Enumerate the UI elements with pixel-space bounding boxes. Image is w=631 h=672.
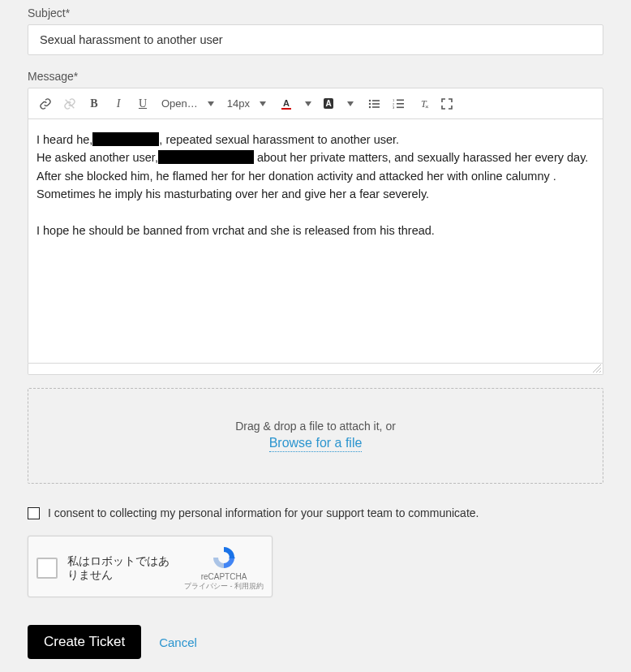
svg-point-4 xyxy=(369,99,371,101)
svg-text:A: A xyxy=(283,98,290,108)
chevron-down-icon[interactable] xyxy=(260,101,266,106)
bold-icon[interactable]: B xyxy=(84,93,105,114)
recaptcha-checkbox[interactable] xyxy=(36,558,58,579)
editor-resize-handle[interactable] xyxy=(28,364,603,375)
cancel-link[interactable]: Cancel xyxy=(159,635,197,649)
unordered-list-icon[interactable] xyxy=(363,93,384,114)
msg-text: I heard he, xyxy=(36,133,92,146)
fullscreen-icon[interactable] xyxy=(436,93,457,114)
font-size-value: 14px xyxy=(227,97,250,110)
redacted-name xyxy=(158,150,254,164)
svg-text:A: A xyxy=(325,99,331,108)
italic-icon[interactable]: I xyxy=(108,93,129,114)
message-label: Message* xyxy=(28,70,603,83)
svg-text:×: × xyxy=(425,103,429,110)
msg-text: He asked another user, xyxy=(36,151,158,164)
highlight-color-icon[interactable]: A xyxy=(318,93,339,114)
svg-point-8 xyxy=(369,106,371,107)
subject-input[interactable] xyxy=(28,24,603,55)
svg-rect-15 xyxy=(397,106,404,108)
svg-text:3: 3 xyxy=(393,106,395,110)
browse-file-link[interactable]: Browse for a file xyxy=(269,436,363,452)
consent-label: I consent to collecting my personal info… xyxy=(48,506,479,519)
svg-line-20 xyxy=(599,371,601,373)
form-actions: Create Ticket Cancel xyxy=(28,625,603,659)
resize-grip-icon xyxy=(593,364,601,373)
recaptcha-label: 私はロボットではありません xyxy=(67,554,174,583)
svg-point-6 xyxy=(369,102,371,104)
font-size-select[interactable]: 14px xyxy=(222,93,251,114)
svg-rect-11 xyxy=(397,99,404,101)
font-family-value: Open… xyxy=(161,97,198,110)
chevron-down-icon[interactable] xyxy=(208,101,214,106)
attachment-dropzone[interactable]: Drag & drop a file to attach it, or Brow… xyxy=(28,388,603,484)
consent-checkbox[interactable] xyxy=(28,507,40,519)
recaptcha-branding: reCAPTCHA プライバシー - 利用規約 xyxy=(184,545,264,592)
message-body[interactable]: I heard he,, repeated sexual harassment … xyxy=(28,119,603,363)
msg-text: After she blocked him, he flamed her for… xyxy=(36,167,595,185)
msg-text: about her private matters, and sexually … xyxy=(254,151,588,164)
recaptcha-icon xyxy=(211,545,237,571)
ordered-list-icon[interactable]: 123 xyxy=(388,93,409,114)
editor-toolbar: B I U Open… 14px A A xyxy=(28,88,603,119)
svg-rect-13 xyxy=(397,103,404,105)
subject-label: Subject* xyxy=(28,6,603,19)
svg-rect-7 xyxy=(372,103,380,105)
msg-text: Sometimes he imply his masturbating over… xyxy=(36,185,595,203)
unlink-icon[interactable] xyxy=(59,93,80,114)
svg-rect-5 xyxy=(372,100,380,101)
clear-formatting-icon[interactable]: T× xyxy=(412,93,433,114)
msg-text: I hope he should be banned from vrchat a… xyxy=(36,222,595,239)
chevron-down-icon[interactable] xyxy=(347,101,354,106)
create-ticket-button[interactable]: Create Ticket xyxy=(28,625,141,659)
font-family-select[interactable]: Open… xyxy=(157,93,200,114)
link-icon[interactable] xyxy=(35,93,56,114)
redacted-name xyxy=(92,132,159,146)
dropzone-text: Drag & drop a file to attach it, or xyxy=(36,420,595,433)
consent-row: I consent to collecting my personal info… xyxy=(28,506,603,519)
recaptcha-brand: reCAPTCHA xyxy=(201,572,247,581)
svg-rect-1 xyxy=(281,108,291,110)
svg-rect-9 xyxy=(372,106,380,108)
msg-text: , repeated sexual harassment to another … xyxy=(159,133,399,146)
text-color-icon[interactable]: A xyxy=(276,93,297,114)
underline-icon[interactable]: U xyxy=(132,93,153,114)
chevron-down-icon[interactable] xyxy=(305,101,311,106)
recaptcha-widget: 私はロボットではありません reCAPTCHA プライバシー - 利用規約 xyxy=(28,536,273,597)
message-editor: B I U Open… 14px A A xyxy=(28,88,603,364)
recaptcha-legal[interactable]: プライバシー - 利用規約 xyxy=(184,581,264,592)
